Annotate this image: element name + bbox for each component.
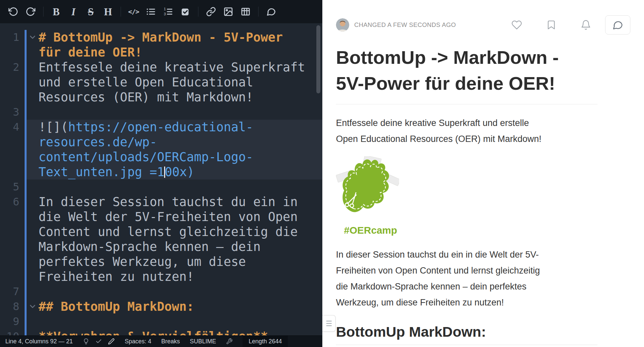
fold-gutter [27,284,39,299]
line-number: 4 [0,120,25,179]
fold-gutter [27,314,39,329]
bookmark-icon[interactable] [546,20,557,30]
line-number: 6 [0,194,25,284]
text-segment: Entfessele deine kreative Superkraft [39,60,305,74]
preview-title: BottomUp -> MarkDown - 5V-Power für dein… [336,45,597,104]
svg-text:3: 3 [164,12,166,16]
heading-icon[interactable]: H [99,4,117,19]
editor-line-4[interactable]: 4![](https://open-educational-resources.… [0,120,322,179]
note-actions [511,20,591,30]
fold-gutter [27,179,39,194]
logo-caption: #OERcamp [344,225,402,236]
linebreak-setting[interactable]: Breaks [161,338,180,345]
check-list-icon[interactable] [177,4,194,19]
doc-length: Length 2644 [243,336,288,347]
text-segment: ![]( [39,120,68,134]
wrench-icon[interactable] [226,338,233,345]
editor-line-7[interactable]: 7 [0,284,322,299]
strikethrough-icon[interactable]: S [82,4,99,19]
fold-chevron-icon[interactable] [27,299,39,314]
editor-line-8[interactable]: 8## BottomUp MarkDown: [0,299,322,314]
text-segment: In dieser Session tauchst du ein in [39,195,298,209]
comments-button[interactable] [605,15,630,35]
editor-scrollbar-thumb[interactable] [316,25,320,93]
editor-content[interactable]: 1# BottomUp -> MarkDown - 5V-Powerfür de… [0,23,322,335]
brush-icon[interactable] [108,338,115,345]
fold-gutter [27,329,39,335]
line-number: 2 [0,60,25,105]
svg-text:1: 1 [164,7,166,11]
undo-icon[interactable] [5,4,22,19]
bell-icon[interactable] [581,20,591,30]
keymap-indicator[interactable]: SUBLIME [190,338,216,345]
text-segment: für deine OER! [39,45,142,59]
toolbar-separator [198,7,198,17]
bold-icon[interactable]: B [48,4,65,19]
line-number: 1 [0,30,25,60]
oercamp-logo: #OERcamp [336,156,402,236]
line-number: 8 [0,299,25,314]
italic-icon[interactable]: I [65,4,82,19]
fold-gutter [27,105,39,120]
text-segment: Resources (OER) mit Markdown! [39,90,253,104]
redo-icon[interactable] [22,4,39,19]
text-segment: # BottomUp -> MarkDown - 5V-Power [39,30,283,45]
text-segment: Content und lernst gleichzeitig die [39,225,298,239]
editor-line-6[interactable]: 6In dieser Session tauchst du ein indie … [0,194,322,284]
spellcheck-icon[interactable] [95,338,102,345]
toolbar-separator [43,7,44,17]
ordered-list-icon[interactable]: 13 [160,4,177,19]
line-number: 5 [0,179,25,194]
text-segment: ## BottomUp MarkDown: [39,299,194,314]
statusbar-icons [83,338,115,345]
fold-gutter [27,194,39,284]
editor-toolbar: BISH</>13 [0,0,322,23]
toolbar-separator [121,7,121,17]
text-cursor [164,167,165,178]
text-segment: und erstelle Open Educational [39,75,253,89]
editor-line-1[interactable]: 1# BottomUp -> MarkDown - 5V-Powerfür de… [0,30,322,60]
table-icon[interactable] [237,4,254,19]
spaces-setting[interactable]: Spaces: 4 [125,338,151,345]
line-number: 10 [0,329,25,335]
editor-line-9[interactable]: 9 [0,314,322,329]
link-icon[interactable] [202,4,220,19]
preview-content: BottomUp -> MarkDown - 5V-Power für dein… [336,45,597,345]
avatar[interactable] [336,18,349,32]
image-icon[interactable] [220,4,237,19]
editor-line-10[interactable]: 10**Verwahren & Vervielfältigen** [0,329,322,335]
line-number: 9 [0,314,25,329]
heart-icon[interactable] [511,20,522,30]
markdown-editor-pane: BISH</>13 1# BottomUp -> MarkDown - 5V-P… [0,0,322,347]
editor-line-3[interactable]: 3 [0,105,322,120]
text-segment: die Welt der 5V-Freiheiten von Open [39,210,298,224]
app-window: BISH</>13 1# BottomUp -> MarkDown - 5V-P… [0,0,644,347]
text-segment: perfektes Werkzeug, um diese [39,255,246,269]
fold-gutter [27,60,39,105]
text-segment: Markdown-Sprache kennen – dein [39,240,261,254]
text-segment: resources.de/wp- [39,135,157,149]
editor-line-5[interactable]: 5 [0,179,322,194]
fold-chevron-icon[interactable] [27,30,39,60]
lightbulb-icon[interactable] [83,338,89,345]
editor-line-2[interactable]: 2Entfessele deine kreative Superkraftund… [0,60,322,105]
last-changed-text: CHANGED A FEW SECONDS AGO [354,21,456,29]
line-number: 7 [0,284,25,299]
unordered-list-icon[interactable] [142,4,160,19]
text-segment: 00x) [165,165,194,179]
preview-body-paragraph: In dieser Session tauchst du ein in die … [336,247,597,310]
comment-icon[interactable] [263,4,280,19]
markdown-preview-pane: CHANGED A FEW SECONDS AGO BottomUp -> Ma… [322,0,644,347]
preview-section-title: BottomUp MarkDown: [336,324,597,345]
split-drag-handle[interactable] [322,315,336,332]
editor-statusbar: Line 4, Columns 92 — 21 Spaces: 4 Breaks… [0,335,322,347]
text-segment: **Verwahren & Vervielfältigen** [39,329,268,335]
code-icon[interactable]: </> [125,4,142,19]
preview-intro-paragraph: Entfessele deine kreative Superkraft und… [336,115,597,147]
cursor-position: Line 4, Columns 92 — 21 [5,338,73,345]
text-segment: https://open-educational- [68,120,253,134]
text-segment: Text_unten.jpg =1 [39,165,164,179]
toolbar-separator [258,7,259,17]
preview-header: CHANGED A FEW SECONDS AGO [336,15,630,35]
fold-gutter [27,120,39,179]
